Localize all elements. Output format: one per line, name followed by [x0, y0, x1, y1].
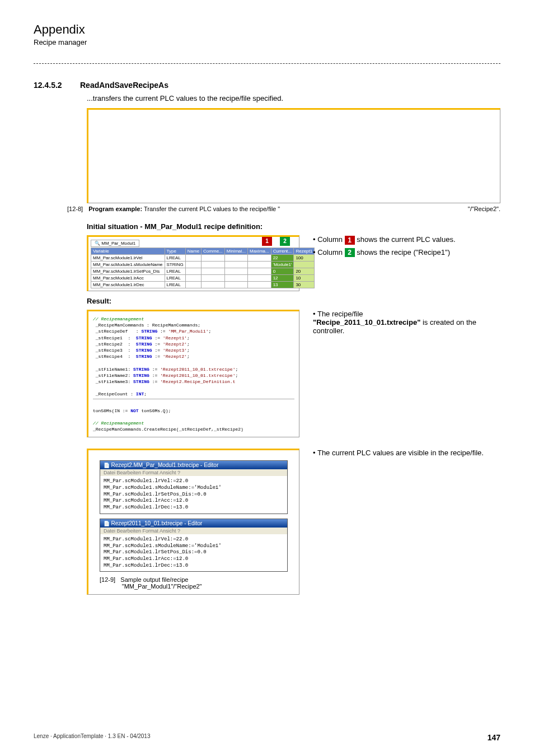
- page-number: 147: [488, 733, 500, 742]
- table-cell: [224, 275, 247, 282]
- table-cell: 22: [271, 255, 294, 262]
- editor-2-body: MM_Par.scModule1.lrVel:=22.0 MM_Par.scMo…: [100, 534, 287, 571]
- table-cell: 100: [294, 255, 315, 262]
- caption-tail: "/"Recipe2".: [468, 206, 500, 212]
- marker-1-inline-icon: 1: [345, 236, 355, 245]
- table-cell: [224, 282, 247, 288]
- table-cell: 30: [294, 282, 315, 288]
- table-cell: 13: [271, 282, 294, 288]
- table-cell: LREAL: [165, 282, 185, 288]
- table-cell: [294, 262, 315, 268]
- caption-bold: Program example:: [88, 206, 142, 212]
- page-footer: Lenze · ApplicationTemplate · 1.3 EN - 0…: [34, 733, 500, 742]
- table-header: Variable: [91, 248, 165, 255]
- appendix-title: Appendix: [34, 22, 500, 37]
- marker-2-icon: 2: [280, 237, 290, 246]
- table-cell: [247, 282, 271, 288]
- table-cell: 0: [271, 268, 294, 275]
- table-cell: STRING: [165, 262, 185, 268]
- table-bullets: Column 1 shows the current PLC values. C…: [313, 235, 500, 260]
- table-header: Comme...: [202, 248, 225, 255]
- table-cell: LREAL: [165, 268, 185, 275]
- caption-12-8: [12-8] Program example: Transfer the cur…: [67, 206, 500, 212]
- editor-windows-frame: Rezept2.MM_Par_Modul1.txtrecipe - Editor…: [87, 449, 299, 595]
- table-header: Name: [185, 248, 201, 255]
- table-cell: [185, 275, 201, 282]
- table-tab: MM_Par_Modul1: [91, 240, 139, 247]
- table-header: Type: [165, 248, 185, 255]
- table-cell: [202, 282, 225, 288]
- editors-section: Rezept2.MM_Par_Modul1.txtrecipe - Editor…: [87, 449, 500, 595]
- table-cell: [247, 262, 271, 268]
- appendix-subtitle: Recipe manager: [34, 38, 500, 46]
- table-cell: 'Module1': [271, 262, 294, 268]
- result-bullets: The recipe/file "Recipe_2011_10_01.txtre…: [313, 310, 500, 338]
- table-cell: MM_Par.scModule1.lrAcc: [91, 275, 165, 282]
- code-listing: // Recipemanagement _RecipeManCommands :…: [87, 310, 299, 437]
- table-cell: LREAL: [165, 275, 185, 282]
- table-cell: 12: [271, 275, 294, 282]
- editors-bullets: The current PLC values are visible in th…: [313, 449, 500, 460]
- table-cell: [247, 268, 271, 275]
- table-row-section: MM_Par_Modul1 1 2 VariableTypeNameComme.…: [87, 235, 500, 291]
- section-header: 12.4.5.2 ReadAndSaveRecipeAs: [34, 81, 500, 90]
- table-cell: [202, 275, 225, 282]
- initial-situation-heading: Initial situation - MM_Par_Modul1 recipe…: [87, 222, 500, 231]
- marker-2-inline-icon: 2: [345, 248, 355, 257]
- editor-2-title: Rezept2011_10_01.txtrecipe - Editor: [100, 519, 287, 528]
- table-row: MM_Par.scModule1.lrSetPos_DisLREAL020: [91, 268, 315, 275]
- table-cell: [202, 268, 225, 275]
- marker-1-icon: 1: [262, 237, 272, 246]
- table-cell: 20: [294, 268, 315, 275]
- page-header: Appendix Recipe manager: [34, 22, 500, 46]
- recipe-table: MM_Par_Modul1 1 2 VariableTypeNameComme.…: [87, 235, 299, 291]
- table-cell: [224, 268, 247, 275]
- table-header: Minimal...: [224, 248, 247, 255]
- table-cell: MM_Par.scModule1.sModuleName: [91, 262, 165, 268]
- editor-1-menu: Datei Bearbeiten Format Ansicht ?: [100, 469, 287, 476]
- divider: [34, 63, 500, 64]
- table-row: MM_Par.scModule1.sModuleNameSTRING'Modul…: [91, 262, 315, 268]
- table-row: MM_Par.scModule1.lrVelLREAL22100: [91, 255, 315, 262]
- footer-left: Lenze · ApplicationTemplate · 1.3 EN - 0…: [34, 733, 150, 742]
- table-cell: LREAL: [165, 255, 185, 262]
- table-row: MM_Par.scModule1.lrDecLREAL1330: [91, 282, 315, 288]
- table-cell: [202, 262, 225, 268]
- table-cell: MM_Par.scModule1.lrVel: [91, 255, 165, 262]
- result-heading: Result:: [87, 297, 500, 305]
- program-example-image: [87, 108, 500, 203]
- caption-text: Transfer the current PLC values to the r…: [144, 206, 280, 212]
- section-description: ...transfers the current PLC values to t…: [87, 94, 500, 102]
- editor-window-1: Rezept2.MM_Par_Modul1.txtrecipe - Editor…: [100, 460, 288, 514]
- bullet-column-1: Column 1 shows the current PLC values.: [313, 235, 500, 245]
- table-header: Rezept1: [294, 248, 315, 255]
- table-cell: MM_Par.scModule1.lrSetPos_Dis: [91, 268, 165, 275]
- table-cell: 10: [294, 275, 315, 282]
- table-cell: [247, 255, 271, 262]
- editor-1-body: MM_Par.scModule1.lrVel:=22.0 MM_Par.scMo…: [100, 476, 287, 513]
- table-header: Current...: [271, 248, 294, 255]
- caption-12-9: [12-9] Sample output file/recipe "MM_Par…: [100, 576, 288, 590]
- table-cell: [224, 255, 247, 262]
- table-cell: [247, 275, 271, 282]
- result-row-section: // Recipemanagement _RecipeManCommands :…: [87, 310, 500, 437]
- bullet-recipe-file: The recipe/file "Recipe_2011_10_01.txtre…: [313, 310, 500, 335]
- table-cell: [185, 255, 201, 262]
- table-cell: [224, 262, 247, 268]
- table-cell: [185, 262, 201, 268]
- section-number: 12.4.5.2: [34, 81, 70, 90]
- bullet-column-2: Column 2 shows the recipe ("Recipe1"): [313, 248, 500, 258]
- table-cell: MM_Par.scModule1.lrDec: [91, 282, 165, 288]
- table-row: MM_Par.scModule1.lrAccLREAL1210: [91, 275, 315, 282]
- table-cell: [185, 268, 201, 275]
- table-cell: [185, 282, 201, 288]
- editor-1-title: Rezept2.MM_Par_Modul1.txtrecipe - Editor: [100, 461, 287, 469]
- editor-window-2: Rezept2011_10_01.txtrecipe - Editor Date…: [100, 519, 288, 572]
- table-cell: [202, 255, 225, 262]
- table-header: Maxima...: [247, 248, 271, 255]
- caption-id: [12-8]: [67, 206, 83, 212]
- section-title: ReadAndSaveRecipeAs: [80, 81, 168, 90]
- editor-2-menu: Datei Bearbeiten Format Ansicht ?: [100, 528, 287, 534]
- bullet-plc-values-visible: The current PLC values are visible in th…: [313, 449, 500, 457]
